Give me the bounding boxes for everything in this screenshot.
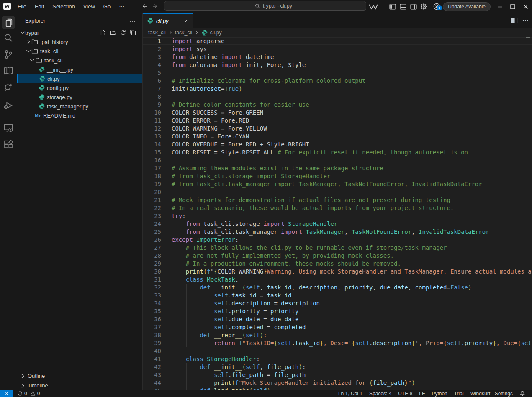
status-ln-1-col-1[interactable]: Ln 1, Col 1 (335, 391, 366, 397)
code-area[interactable]: 1import argparse2import sys3from datetim… (143, 37, 532, 390)
tree-item-task_cli[interactable]: task_cli (17, 56, 142, 65)
code-line-2[interactable]: 2import sys (143, 45, 532, 53)
windsurf-logo-icon[interactable] (3, 3, 11, 10)
split-editor-icon[interactable] (511, 17, 518, 24)
toggle-panel-icon[interactable] (398, 2, 408, 11)
code-line-20[interactable]: 20 (143, 188, 532, 196)
tab-cli-py[interactable]: cli.py (143, 13, 193, 28)
tree-item-config.py[interactable]: config.py (17, 83, 142, 92)
settings-gear-icon[interactable] (419, 2, 428, 11)
activitybar-run-debug-icon[interactable] (2, 98, 15, 112)
code-line-15[interactable]: 15COLOR_RESET = Style.RESET_ALL # For ex… (143, 149, 532, 156)
status-python[interactable]: Python (428, 391, 450, 397)
code-line-45[interactable]: 45 def load_tasks(self): (143, 387, 532, 390)
code-line-39[interactable]: 39 return f"Task(ID={self.task_id}, Desc… (143, 339, 532, 347)
code-line-35[interactable]: 35 self.priority = priority (143, 307, 532, 315)
code-line-19[interactable]: 19# from task_cli.task_manager import Ta… (143, 180, 532, 188)
code-line-42[interactable]: 42 def __init__(self, file_path): (143, 363, 532, 371)
activitybar-extensions-icon[interactable] (2, 138, 15, 151)
code-line-36[interactable]: 36 self.due_date = due_date (143, 315, 532, 323)
code-line-23[interactable]: 23try: (143, 212, 532, 220)
menu-view[interactable]: View (79, 0, 99, 13)
tree-item-trypai[interactable]: trypai (17, 28, 142, 37)
sidebar-more-actions-icon[interactable] (129, 18, 136, 25)
collapse-all-icon[interactable] (130, 29, 136, 36)
outline-section[interactable]: Outline (17, 371, 142, 380)
breadcrumb-item[interactable]: task_cli (148, 30, 166, 36)
code-line-29[interactable]: 29 # In a production environment, these … (143, 260, 532, 268)
code-line-6[interactable]: 6# Initialize colorama for cross-platfor… (143, 77, 532, 85)
remote-indicator[interactable] (0, 390, 13, 397)
close-button[interactable] (519, 0, 532, 13)
code-line-24[interactable]: 24 from task_cli.storage import StorageH… (143, 220, 532, 228)
new-folder-icon[interactable] (110, 29, 116, 36)
code-line-14[interactable]: 14COLOR_OVERDUE = Fore.RED + Style.BRIGH… (143, 141, 532, 149)
code-line-12[interactable]: 12COLOR_WARNING = Fore.YELLOW (143, 125, 532, 133)
account-icon[interactable]: 1 (432, 2, 441, 11)
activitybar-windsurf-search-icon[interactable] (2, 81, 15, 94)
new-file-icon[interactable] (100, 29, 106, 36)
code-line-10[interactable]: 10COLOR_SUCCESS = Fore.GREEN (143, 109, 532, 117)
code-line-5[interactable]: 5 (143, 69, 532, 77)
code-line-17[interactable]: 17# Assuming these modules exist in the … (143, 164, 532, 172)
menu-go[interactable]: Go (99, 0, 115, 13)
code-line-32[interactable]: 32 def __init__(self, task_id, descripti… (143, 284, 532, 292)
tree-item-task_manager.py[interactable]: task_manager.py (17, 102, 142, 111)
menu-selection[interactable]: Selection (48, 0, 79, 13)
code-line-27[interactable]: 27 # This block allows the cli.py to be … (143, 244, 532, 252)
code-line-1[interactable]: 1import argparse (143, 37, 532, 45)
code-line-22[interactable]: 22# In a real scenario, these would be a… (143, 204, 532, 212)
code-line-44[interactable]: 44 print(f"Mock StorageHandler initializ… (143, 379, 532, 387)
timeline-section[interactable]: Timeline (17, 381, 142, 390)
code-line-37[interactable]: 37 self.completed = completed (143, 323, 532, 331)
code-line-26[interactable]: 26except ImportError: (143, 236, 532, 244)
activitybar-source-control-icon[interactable] (2, 48, 15, 61)
toggle-right-sidebar-icon[interactable] (409, 2, 418, 11)
tree-item-task_cli[interactable]: task_cli (17, 46, 142, 56)
menu-edit[interactable]: Edit (31, 0, 48, 13)
notifications-bell-icon[interactable] (516, 391, 529, 397)
activitybar-explorer-icon[interactable] (2, 16, 15, 29)
minimize-button[interactable] (493, 0, 506, 13)
code-line-13[interactable]: 13COLOR_INFO = Fore.CYAN (143, 133, 532, 141)
tree-item-__init__.py[interactable]: __init__.py (17, 65, 142, 74)
activitybar-remote-explorer-icon[interactable] (2, 121, 15, 134)
status-spaces-4[interactable]: Spaces: 4 (366, 391, 395, 397)
activitybar-search-icon[interactable] (2, 31, 15, 45)
code-line-21[interactable]: 21# Mock imports for demonstration if ac… (143, 196, 532, 204)
code-line-16[interactable]: 16 (143, 156, 532, 164)
tree-item-README.md[interactable]: MREADME.md (17, 111, 142, 120)
status-lf[interactable]: LF (416, 391, 428, 397)
update-available-button[interactable]: Update Available (443, 2, 491, 11)
code-line-18[interactable]: 18# from task_cli.storage import Storage… (143, 172, 532, 180)
menu-more[interactable]: ⋯ (115, 0, 129, 13)
code-line-25[interactable]: 25 from task_cli.task_manager import Tas… (143, 228, 532, 236)
nav-back-icon[interactable] (140, 2, 149, 10)
refresh-icon[interactable] (120, 29, 126, 36)
status-windsurf-settings[interactable]: Windsurf - Settings (467, 391, 516, 397)
code-line-41[interactable]: 41 class StorageHandler: (143, 355, 532, 363)
code-line-7[interactable]: 7init(autoreset=True) (143, 85, 532, 93)
tree-item-.pai_history[interactable]: .pai_history (17, 37, 142, 46)
maximize-button[interactable] (506, 0, 519, 13)
code-line-40[interactable]: 40 (143, 347, 532, 355)
activitybar-map-icon[interactable] (2, 64, 15, 77)
code-line-9[interactable]: 9# Define color constants for easier use (143, 101, 532, 109)
tree-item-storage.py[interactable]: storage.py (17, 92, 142, 102)
code-line-28[interactable]: 28 # are not fully implemented yet, by p… (143, 252, 532, 260)
code-line-11[interactable]: 11COLOR_ERROR = Fore.RED (143, 117, 532, 125)
code-line-43[interactable]: 43 self.file_path = file_path (143, 371, 532, 379)
problems-status[interactable]: 0 0 (17, 391, 40, 397)
code-line-4[interactable]: 4from colorama import init, Fore, Style (143, 61, 532, 69)
editor-more-actions-icon[interactable] (522, 17, 529, 24)
code-line-33[interactable]: 33 self.task_id = task_id (143, 292, 532, 300)
code-line-38[interactable]: 38 def __repr__(self): (143, 331, 532, 339)
toggle-left-sidebar-icon[interactable] (388, 2, 397, 11)
breadcrumb-item[interactable]: cli.py (210, 30, 221, 36)
code-line-8[interactable]: 8 (143, 93, 532, 101)
nav-forward-icon[interactable] (151, 2, 159, 10)
breadcrumb-item[interactable]: task_cli (175, 30, 193, 36)
tree-item-cli.py[interactable]: cli.py (17, 74, 142, 83)
code-line-31[interactable]: 31 class MockTask: (143, 276, 532, 284)
code-line-3[interactable]: 3from datetime import datetime (143, 53, 532, 61)
